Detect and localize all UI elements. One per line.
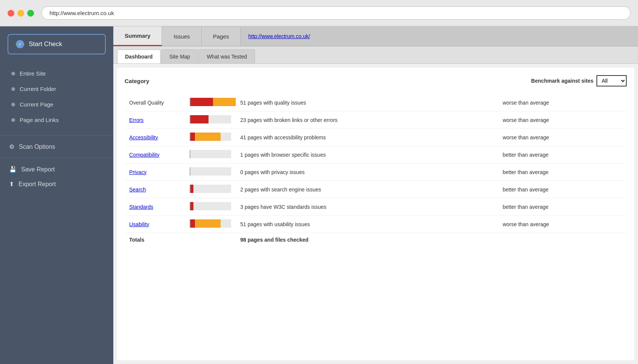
scan-options-label: Scan Options <box>19 143 55 150</box>
table-row: Search2 pages with search engine issuesb… <box>125 181 627 198</box>
content-area: Summary Issues Pages http://www.electrum… <box>113 26 638 364</box>
benchmark-select[interactable]: All <box>596 75 627 86</box>
totals-status <box>498 233 627 247</box>
sidebar-bottom: 💾 Save Report ⬆ Export Report <box>0 158 113 195</box>
sub-tabs: Dashboard Site Map What was Tested <box>113 46 638 64</box>
description-errors: 23 pages with broken links or other erro… <box>236 111 498 129</box>
sidebar-item-label: Entire Site <box>20 70 46 77</box>
description-standards: 3 pages have W3C standards issues <box>236 198 498 216</box>
export-report-label: Export Report <box>19 181 56 188</box>
category-link-compatibility[interactable]: Compatibility <box>129 152 159 158</box>
benchmark-wrapper: Benchmark against sites All <box>531 75 627 86</box>
tab-what-was-tested[interactable]: What was Tested <box>199 49 255 63</box>
dot-icon <box>11 87 15 91</box>
table-row: Compatibility1 pages with browser specif… <box>125 146 627 163</box>
close-button[interactable] <box>8 10 14 17</box>
sidebar-item-label: Current Folder <box>20 86 56 92</box>
tab-issues[interactable]: Issues <box>162 27 201 46</box>
bar-errors <box>185 111 236 129</box>
bar-overall-quality <box>185 94 236 111</box>
tab-summary[interactable]: Summary <box>113 26 162 46</box>
status-accessibility: worse than average <box>498 129 627 146</box>
tab-dashboard[interactable]: Dashboard <box>117 49 161 63</box>
description-usability: 51 pages with usability issues <box>236 216 498 233</box>
traffic-lights <box>8 10 34 17</box>
bar-accessibility <box>185 129 236 146</box>
save-report-button[interactable]: 💾 Save Report <box>9 166 104 173</box>
address-bar[interactable]: http://www.electrum.co.uk <box>42 6 630 20</box>
category-link-errors[interactable]: Errors <box>129 117 144 123</box>
dot-icon <box>11 72 15 76</box>
tab-site-map[interactable]: Site Map <box>161 49 198 63</box>
sidebar-item-page-and-links[interactable]: Page and Links <box>0 112 113 128</box>
bar-usability <box>185 216 236 233</box>
gear-icon: ⚙ <box>9 143 14 150</box>
totals-bar <box>185 233 236 247</box>
description-search: 2 pages with search engine issues <box>236 181 498 198</box>
bar-standards <box>185 198 236 216</box>
title-bar: http://www.electrum.co.uk <box>0 0 638 26</box>
save-report-label: Save Report <box>21 166 55 173</box>
sidebar: ✓ Start Check Entire Site Current Folder… <box>0 26 113 364</box>
sidebar-item-entire-site[interactable]: Entire Site <box>0 66 113 81</box>
benchmark-row: Category Benchmark against sites All <box>125 75 627 86</box>
bar-privacy <box>185 163 236 181</box>
status-search: better than average <box>498 181 627 198</box>
totals-label: Totals <box>125 233 185 247</box>
status-standards: better than average <box>498 198 627 216</box>
description-overall-quality: 51 pages with quality issues <box>236 94 498 111</box>
category-link-accessibility[interactable]: Accessibility <box>129 134 158 140</box>
export-report-button[interactable]: ⬆ Export Report <box>9 180 104 188</box>
category-link-usability[interactable]: Usability <box>129 221 149 227</box>
table-row: Usability51 pages with usability issuesw… <box>125 216 627 233</box>
check-icon: ✓ <box>16 40 24 48</box>
table-row: Accessibility41 pages with accessibility… <box>125 129 627 146</box>
category-link-privacy[interactable]: Privacy <box>129 169 147 175</box>
totals-row: Totals98 pages and files checked <box>125 233 627 247</box>
sidebar-item-current-page[interactable]: Current Page <box>0 97 113 112</box>
description-accessibility: 41 pages with accessibility problems <box>236 129 498 146</box>
nav-items: Entire Site Current Folder Current Page … <box>0 62 113 136</box>
results-table: Overall Quality51 pages with quality iss… <box>125 94 627 247</box>
tab-pages[interactable]: Pages <box>202 27 241 46</box>
category-label-overall-quality: Overall Quality <box>125 94 185 111</box>
category-link-standards[interactable]: Standards <box>129 204 153 210</box>
totals-description: 98 pages and files checked <box>236 233 498 247</box>
description-privacy: 0 pages with privacy issues <box>236 163 498 181</box>
dot-icon <box>11 103 15 106</box>
scan-options-section: ⚙ Scan Options <box>0 136 113 158</box>
status-usability: worse than average <box>498 216 627 233</box>
description-compatibility: 1 pages with browser specific issues <box>236 146 498 163</box>
bar-search <box>185 181 236 198</box>
top-tabs: Summary Issues Pages http://www.electrum… <box>113 26 638 46</box>
table-row: Standards3 pages have W3C standards issu… <box>125 198 627 216</box>
table-row: Overall Quality51 pages with quality iss… <box>125 94 627 111</box>
dashboard-table-area: Category Benchmark against sites All Ove… <box>117 68 634 360</box>
status-privacy: better than average <box>498 163 627 181</box>
status-errors: worse than average <box>498 111 627 129</box>
status-compatibility: better than average <box>498 146 627 163</box>
table-row: Privacy0 pages with privacy issuesbetter… <box>125 163 627 181</box>
sidebar-item-label: Page and Links <box>20 117 59 123</box>
category-header: Category <box>125 78 149 84</box>
table-row: Errors23 pages with broken links or othe… <box>125 111 627 129</box>
export-icon: ⬆ <box>9 180 14 188</box>
start-check-label: Start Check <box>29 40 62 48</box>
minimize-button[interactable] <box>17 10 24 17</box>
status-overall-quality: worse than average <box>498 94 627 111</box>
scan-options-button[interactable]: ⚙ Scan Options <box>9 143 55 150</box>
category-link-search[interactable]: Search <box>129 187 146 193</box>
benchmark-label: Benchmark against sites <box>531 78 593 84</box>
dot-icon <box>11 118 15 122</box>
sidebar-item-current-folder[interactable]: Current Folder <box>0 81 113 97</box>
start-check-button[interactable]: ✓ Start Check <box>8 34 106 54</box>
sidebar-item-label: Current Page <box>20 101 53 108</box>
main-layout: ✓ Start Check Entire Site Current Folder… <box>0 26 638 364</box>
bar-compatibility <box>185 146 236 163</box>
maximize-button[interactable] <box>27 10 34 17</box>
site-url-link[interactable]: http://www.electrum.co.uk/ <box>241 33 317 39</box>
save-icon: 💾 <box>9 166 17 173</box>
